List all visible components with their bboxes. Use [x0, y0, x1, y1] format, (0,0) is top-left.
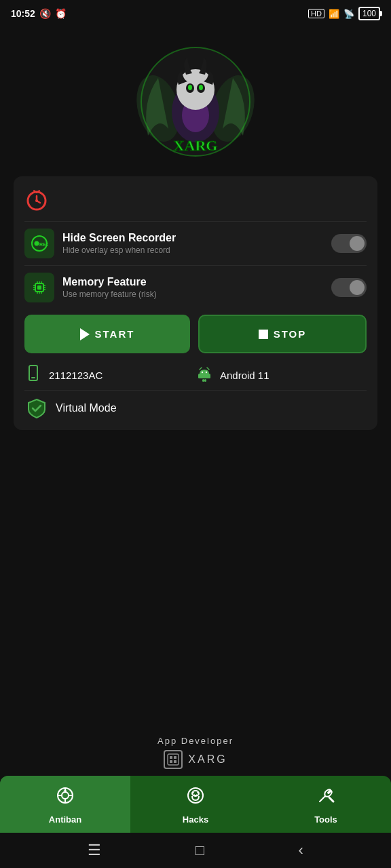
memory-feature-subtitle: Use memory feature (risk)	[62, 290, 331, 299]
nav-item-antiban[interactable]: Antiban	[0, 776, 130, 833]
app-logo: XARG	[134, 41, 257, 163]
toggle-track-hide-recorder[interactable]	[331, 234, 367, 253]
system-nav-bar: ☰ □ ‹	[0, 833, 391, 868]
nav-label-antiban: Antiban	[49, 814, 81, 825]
system-nav-home[interactable]: □	[196, 842, 204, 859]
memory-feature-row: Memory Feature Use memory feature (risk)	[24, 265, 367, 309]
virtual-mode-row: Virtual Mode	[24, 390, 367, 423]
svg-point-19	[35, 241, 39, 246]
svg-line-43	[200, 368, 202, 370]
svg-rect-37	[198, 374, 200, 378]
svg-point-9	[199, 85, 203, 90]
timer-icon	[24, 187, 49, 217]
svg-rect-48	[170, 760, 172, 763]
stop-icon	[259, 330, 268, 339]
brand-name: XARG	[188, 753, 227, 766]
svg-rect-39	[202, 379, 204, 382]
hide-screen-recorder-row: REC Hide Screen Recorder Hide overlay es…	[24, 221, 367, 265]
system-nav-menu[interactable]: ☰	[88, 842, 101, 859]
dev-brand: XARG	[0, 750, 391, 769]
toggle-track-memory[interactable]	[331, 278, 367, 297]
brand-icon	[164, 750, 183, 769]
chip-icon-container	[24, 273, 54, 302]
hide-screen-recorder-subtitle: Hide overlay esp when record	[62, 245, 331, 255]
signal-icon: 📶	[329, 9, 339, 19]
status-right: HD 📶 📡 100	[308, 7, 380, 20]
battery-level: 100	[362, 9, 376, 18]
toggle-thumb-hide-recorder	[350, 236, 365, 251]
svg-line-44	[207, 368, 209, 370]
nav-label-tools: Tools	[314, 814, 337, 825]
tools-icon	[316, 785, 336, 810]
svg-point-17	[35, 199, 38, 202]
toggle-thumb-memory	[350, 280, 365, 295]
svg-point-8	[188, 85, 192, 90]
svg-point-51	[62, 792, 69, 799]
svg-point-59	[197, 792, 198, 793]
svg-point-41	[202, 372, 203, 373]
svg-rect-47	[174, 756, 176, 759]
nav-label-hacks: Hacks	[183, 814, 208, 825]
memory-feature-title: Memory Feature	[62, 276, 331, 288]
system-nav-back[interactable]: ‹	[298, 842, 303, 859]
android-version-item: Android 11	[196, 364, 367, 386]
hide-screen-recorder-title: Hide Screen Recorder	[62, 232, 331, 244]
start-label: START	[95, 328, 135, 340]
svg-rect-49	[174, 760, 176, 763]
mute-icon: 🔇	[39, 8, 51, 19]
svg-rect-22	[37, 285, 41, 290]
main-card: REC Hide Screen Recorder Hide overlay es…	[14, 176, 377, 430]
svg-point-42	[206, 372, 207, 373]
nav-item-tools[interactable]: Tools	[261, 776, 391, 833]
status-bar: 10:52 🔇 ⏰ HD 📶 📡 100	[0, 0, 391, 27]
device-id: 2112123AC	[49, 370, 103, 381]
logo-area: XARG	[0, 34, 391, 176]
status-time: 10:52	[11, 8, 35, 19]
dev-label: App Developer	[0, 736, 391, 746]
virtual-mode-label: Virtual Mode	[56, 402, 117, 414]
antiban-icon	[55, 785, 75, 810]
device-id-item: 2112123AC	[24, 364, 196, 386]
main-content: XARG	[0, 27, 391, 726]
svg-line-60	[329, 797, 333, 802]
stop-label: STOP	[274, 328, 307, 340]
status-left: 10:52 🔇 ⏰	[11, 8, 67, 19]
android-icon	[196, 364, 213, 386]
bottom-navigation: Antiban Hacks Tools	[0, 776, 391, 833]
memory-feature-toggle[interactable]	[331, 278, 367, 297]
hide-screen-recorder-toggle[interactable]	[331, 234, 367, 253]
svg-text:XARG: XARG	[174, 137, 218, 154]
start-button[interactable]: START	[24, 315, 190, 353]
svg-point-58	[193, 792, 194, 793]
shield-check-icon	[24, 396, 49, 420]
android-version: Android 11	[220, 370, 269, 381]
hd-badge: HD	[308, 9, 324, 18]
alarm-icon: ⏰	[55, 8, 67, 19]
svg-rect-38	[208, 374, 210, 378]
hacks-icon	[185, 785, 206, 810]
phone-icon	[24, 364, 42, 386]
battery-icon: 100	[358, 7, 380, 20]
timer-row	[24, 183, 367, 221]
action-buttons-row: START STOP	[24, 309, 367, 356]
developer-info: App Developer XARG	[0, 726, 391, 776]
svg-rect-45	[168, 754, 179, 765]
wifi-icon: 📡	[343, 9, 354, 19]
hide-screen-recorder-text: Hide Screen Recorder Hide overlay esp wh…	[62, 232, 331, 255]
stop-button[interactable]: STOP	[198, 315, 367, 353]
nav-item-hacks[interactable]: Hacks	[130, 776, 261, 833]
svg-rect-40	[204, 379, 206, 382]
svg-text:REC: REC	[39, 242, 48, 247]
memory-feature-text: Memory Feature Use memory feature (risk)	[62, 276, 331, 299]
svg-rect-46	[170, 756, 172, 759]
play-icon	[80, 328, 90, 340]
rec-icon-container: REC	[24, 229, 54, 258]
device-info-row: 2112123AC Android 11	[24, 356, 367, 390]
